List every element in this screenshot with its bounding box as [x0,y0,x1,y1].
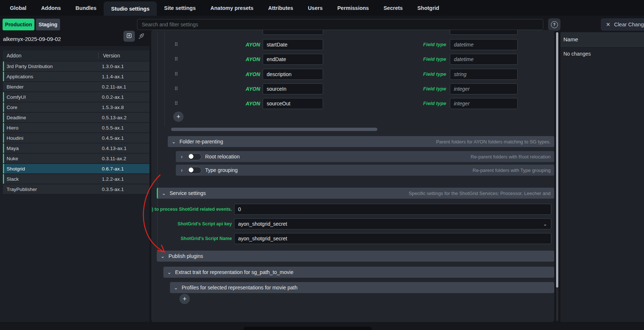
addon-row[interactable]: 3rd Party Distribution1.3.0-ax.1 [3,61,149,71]
service-field-label: ShotGrid's Script Name [151,233,232,244]
addon-row[interactable]: Hiero0.5.5-ax.1 [3,123,149,132]
indent-guide [157,33,158,250]
addon-row[interactable]: Slack1.2.2-ax.1 [3,174,149,184]
script-name-input[interactable]: ayon_shotgrid_secret [234,233,551,244]
attribute-name-input[interactable]: sourceOut [263,98,323,109]
section-service-settings[interactable]: ⌄ Service settings Specific settings for… [157,188,554,199]
toggle-description: Re-parent folders with Root relocation [471,154,551,160]
search-input[interactable] [137,19,543,30]
horizontal-scrollbar[interactable] [171,128,377,131]
addon-row[interactable]: TrayPublisher0.3.5-ax.1 [3,184,149,194]
download-icon [126,33,132,40]
toggle-row-type-grouping[interactable]: › Type grouping Re-parent folders with T… [176,165,554,176]
bottom-popup-edge [244,327,372,330]
field-type-label: Field type [400,98,446,109]
addon-row[interactable]: Houdini0.4.5-ax.1 [3,133,149,143]
root-relocation-toggle[interactable] [188,153,201,160]
help-button[interactable]: ? [548,18,560,31]
field-type-input[interactable]: datetime [450,39,518,50]
field-type-label: Field type [400,54,446,65]
section-title: Publish plugins [169,253,203,259]
toggle-row-root-relocation[interactable]: › Root relocation Re-parent folders with… [176,151,554,162]
attribute-type-input[interactable] [450,30,518,35]
clear-changes-button[interactable]: ✕ Clear Changes [601,18,644,31]
production-variant-button[interactable]: Production [3,19,34,30]
field-type-input[interactable]: integer [450,83,518,94]
addon-row-selected[interactable]: Shotgrid0.6.7-ax.1 [3,164,149,173]
section-title: Service settings [170,190,206,196]
field-type-input[interactable]: integer [450,98,518,109]
chevron-down-icon: ⌄ [160,254,165,259]
vertical-scrollbar-thumb[interactable] [556,32,558,288]
tab-shotgrid[interactable]: Shotgrid [410,0,447,16]
chevron-right-icon: › [179,168,184,173]
launch-bundle-button[interactable] [136,32,146,41]
settings-panel: ⠿ AYON startDate Field type datetime ⠿ A… [151,30,554,322]
addon-row[interactable]: Deadline0.5.13-ax.2 [3,113,149,122]
attribute-scope-label: AYON [225,98,260,109]
addon-row[interactable]: Core1.5.3-ax.8 [3,102,149,112]
copy-bundle-settings-button[interactable] [123,31,135,42]
tab-studio-settings[interactable]: Studio settings [104,1,157,16]
bundle-name: alkemyx-2025-09-09-02 [3,36,61,42]
indent-guide [164,33,165,126]
tab-anatomy-presets[interactable]: Anatomy presets [203,0,261,16]
add-attribute-button[interactable]: + [173,112,184,122]
tab-permissions[interactable]: Permissions [330,0,376,16]
attribute-name-input[interactable]: endDate [263,54,323,65]
add-profile-button[interactable]: + [179,294,190,304]
top-nav: Global Addons Bundles Studio settings Si… [0,0,644,16]
drag-handle-icon[interactable]: ⠿ [173,70,180,78]
drag-handle-icon[interactable]: ⠿ [173,41,180,49]
column-header-addon[interactable]: Addon [3,53,98,59]
toggle-label: Type grouping [205,167,238,173]
attribute-scope-label: AYON [225,39,260,50]
addon-list-panel: Addon Version 3rd Party Distribution1.3.… [0,46,149,322]
attribute-name-input[interactable]: sourceIn [263,83,323,94]
section-extract-trait[interactable]: ⌄ Extract trait for representation for s… [163,267,554,278]
tab-addons[interactable]: Addons [34,0,68,16]
section-publish-plugins[interactable]: ⌄ Publish plugins [157,251,554,262]
column-header-version[interactable]: Version [98,52,149,59]
addon-row[interactable]: Blender0.2.11-ax.1 [3,82,149,91]
attribute-name-input[interactable]: description [263,69,323,80]
tab-site-settings[interactable]: Site settings [157,0,203,16]
section-folder-reparenting[interactable]: ⌄ Folder re-parenting Parent folders for… [168,136,554,147]
tab-global[interactable]: Global [3,0,34,16]
chevron-down-icon: ⌄ [171,139,176,144]
field-type-input[interactable]: datetime [450,54,518,65]
tab-bundles[interactable]: Bundles [68,0,104,16]
attribute-scope-label: AYON [225,83,260,94]
attribute-name-input[interactable] [263,30,323,35]
clear-changes-label: Clear Changes [614,22,644,27]
field-type-label: Field type [400,83,446,94]
addon-table: Addon Version 3rd Party Distribution1.3.… [3,50,149,194]
staging-variant-button[interactable]: Staging [36,19,60,30]
addon-row[interactable]: Maya0.4.13-ax.1 [3,143,149,153]
chevron-down-icon: ⌄ [162,191,166,196]
attribute-name-input[interactable]: startDate [263,39,323,50]
script-api-key-select[interactable]: ayon_shotgrid_secret ⌄ [234,218,551,229]
service-field-label: ShotGrid's Script api key [151,218,232,229]
tab-attributes[interactable]: Attributes [261,0,300,16]
drag-handle-icon[interactable]: ⠿ [173,85,180,93]
type-grouping-toggle[interactable] [188,167,201,174]
section-description: Parent folders for AYON folders matching… [436,139,551,145]
drag-handle-icon[interactable]: ⠿ [173,100,180,108]
toggle-knob [189,154,193,159]
toggle-description: Re-parent folders with Type grouping [473,168,551,173]
tab-secrets[interactable]: Secrets [376,0,410,16]
addon-row[interactable]: ComfyUI0.0.2-ax.1 [3,92,149,102]
chevron-down-icon: ⌄ [174,285,178,290]
addon-row[interactable]: Applications1.1.4-ax.1 [3,72,149,81]
tab-users[interactable]: Users [300,0,330,16]
chevron-right-icon: › [179,154,184,159]
section-profiles[interactable]: ⌄ Profiles for selected representations … [170,282,554,293]
section-title: Extract trait for representation for sg_… [175,269,293,275]
drag-handle-icon[interactable]: ⠿ [173,55,180,63]
toggle-knob [189,168,193,172]
shotgrid-events-input[interactable]: 0 [234,204,551,215]
field-type-input[interactable]: string [450,69,518,80]
addon-row[interactable]: Nuke0.3.11-ax.2 [3,154,149,163]
service-field-label: onds) to process ShotGrid related events… [151,204,232,215]
